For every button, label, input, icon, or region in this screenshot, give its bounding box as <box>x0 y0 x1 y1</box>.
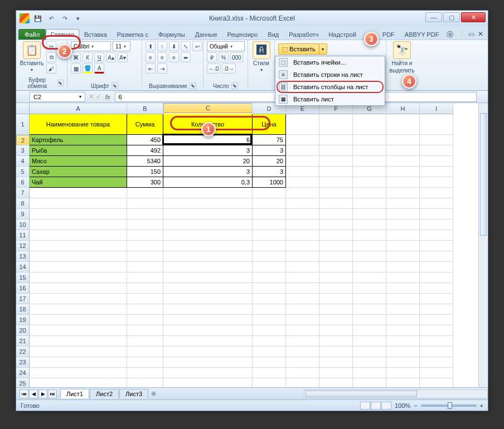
empty-cell[interactable] <box>163 315 253 325</box>
empty-cell[interactable] <box>386 357 420 368</box>
empty-cell[interactable] <box>163 336 253 347</box>
empty-cell[interactable] <box>420 135 453 145</box>
redo-icon[interactable]: ↷ <box>60 13 70 23</box>
empty-cell[interactable] <box>286 262 319 272</box>
empty-cell[interactable] <box>319 177 353 188</box>
empty-cell[interactable] <box>163 209 253 220</box>
empty-cell[interactable] <box>286 145 319 156</box>
minimize-button[interactable]: — <box>425 12 442 22</box>
align-bottom-icon[interactable]: ⬇ <box>169 41 179 51</box>
row-header-22[interactable]: 22 <box>16 347 30 357</box>
empty-cell[interactable] <box>286 156 319 167</box>
empty-cell[interactable] <box>30 325 127 336</box>
empty-cell[interactable] <box>253 198 286 209</box>
empty-cell[interactable] <box>30 262 127 272</box>
empty-cell[interactable] <box>286 135 319 145</box>
tab-file[interactable]: Файл <box>18 29 46 40</box>
wrap-text-icon[interactable]: ↩ <box>192 41 202 51</box>
empty-cell[interactable] <box>386 114 420 135</box>
empty-cell[interactable] <box>163 283 253 294</box>
empty-cell[interactable] <box>386 209 420 220</box>
empty-cell[interactable] <box>420 198 453 209</box>
empty-cell[interactable] <box>163 251 253 262</box>
data-cell[interactable]: 3 <box>163 145 253 156</box>
empty-cell[interactable] <box>386 251 420 262</box>
row-header-20[interactable]: 20 <box>16 325 30 336</box>
empty-cell[interactable] <box>386 294 420 304</box>
empty-cell[interactable] <box>253 304 286 315</box>
menu-insert-columns[interactable]: |||Вставить столбцы на лист <box>275 81 385 93</box>
worksheet-grid[interactable]: 1234567891011121314151617181920212223242… <box>16 103 488 395</box>
empty-cell[interactable] <box>420 114 453 135</box>
empty-cell[interactable] <box>353 188 386 198</box>
empty-cell[interactable] <box>253 368 286 378</box>
empty-cell[interactable] <box>319 241 353 251</box>
name-box[interactable]: C2▾ <box>30 92 85 102</box>
header-cell[interactable]: Цена <box>253 114 286 135</box>
empty-cell[interactable] <box>319 209 353 220</box>
empty-cell[interactable] <box>163 357 253 368</box>
row-name-cell[interactable]: Сахар <box>30 167 127 177</box>
empty-cell[interactable] <box>319 357 353 368</box>
empty-cell[interactable] <box>386 198 420 209</box>
close-button[interactable]: ✕ <box>461 12 486 22</box>
empty-cell[interactable] <box>253 230 286 241</box>
empty-cell[interactable] <box>30 241 127 251</box>
empty-cell[interactable] <box>30 347 127 357</box>
empty-cell[interactable] <box>353 262 386 272</box>
window-close-icon[interactable]: ✕ <box>478 30 483 40</box>
data-cell[interactable]: 3 <box>163 167 253 177</box>
empty-cell[interactable] <box>30 368 127 378</box>
empty-cell[interactable] <box>319 347 353 357</box>
empty-cell[interactable] <box>253 294 286 304</box>
empty-cell[interactable] <box>353 167 386 177</box>
align-right-icon[interactable]: ≡ <box>169 52 179 62</box>
empty-cell[interactable] <box>30 188 127 198</box>
empty-cell[interactable] <box>286 198 319 209</box>
sheet-tab-2[interactable]: Лист2 <box>90 389 119 398</box>
empty-cell[interactable] <box>420 262 453 272</box>
empty-cell[interactable] <box>30 294 127 304</box>
sheet-nav-first-icon[interactable]: ⏮ <box>20 389 28 398</box>
sheet-nav-next-icon[interactable]: ▶ <box>38 389 47 398</box>
empty-cell[interactable] <box>353 315 386 325</box>
decrease-decimal-icon[interactable]: .0→ <box>222 64 235 74</box>
data-cell[interactable]: 20 <box>253 156 286 167</box>
view-pagebreak-icon[interactable] <box>381 402 391 410</box>
empty-cell[interactable] <box>163 304 253 315</box>
empty-cell[interactable] <box>286 220 319 230</box>
data-cell[interactable]: 20 <box>163 156 253 167</box>
empty-cell[interactable] <box>30 209 127 220</box>
empty-cell[interactable] <box>253 336 286 347</box>
increase-font-icon[interactable]: A▴ <box>106 52 116 62</box>
menu-insert-cells[interactable]: ⬚Вставить ячейки… <box>275 56 385 69</box>
view-normal-icon[interactable] <box>360 402 370 410</box>
fill-color-icon[interactable]: 🪣 <box>83 64 93 74</box>
empty-cell[interactable] <box>353 283 386 294</box>
empty-cell[interactable] <box>127 347 163 357</box>
empty-cell[interactable] <box>286 368 319 378</box>
empty-cell[interactable] <box>420 347 453 357</box>
empty-cell[interactable] <box>319 304 353 315</box>
empty-cell[interactable] <box>420 368 453 378</box>
empty-cell[interactable] <box>420 357 453 368</box>
qat-more-icon[interactable]: ▾ <box>73 13 83 23</box>
alignment-launcher[interactable]: ⬊ <box>190 82 196 89</box>
empty-cell[interactable] <box>319 283 353 294</box>
empty-cell[interactable] <box>286 230 319 241</box>
cut-icon[interactable]: ✂ <box>46 41 56 51</box>
empty-cell[interactable] <box>127 325 163 336</box>
font-size-select[interactable]: 11▾ <box>113 41 130 51</box>
tab-review[interactable]: Рецензиро <box>222 29 263 40</box>
tab-insert[interactable]: Вставка <box>79 29 112 40</box>
empty-cell[interactable] <box>253 283 286 294</box>
empty-cell[interactable] <box>127 241 163 251</box>
data-cell[interactable]: 300 <box>127 177 163 188</box>
empty-cell[interactable] <box>386 167 420 177</box>
empty-cell[interactable] <box>127 368 163 378</box>
zoom-in-icon[interactable]: + <box>480 402 483 409</box>
empty-cell[interactable] <box>420 220 453 230</box>
empty-cell[interactable] <box>253 357 286 368</box>
row-name-cell[interactable]: Мясо <box>30 156 127 167</box>
empty-cell[interactable] <box>30 220 127 230</box>
